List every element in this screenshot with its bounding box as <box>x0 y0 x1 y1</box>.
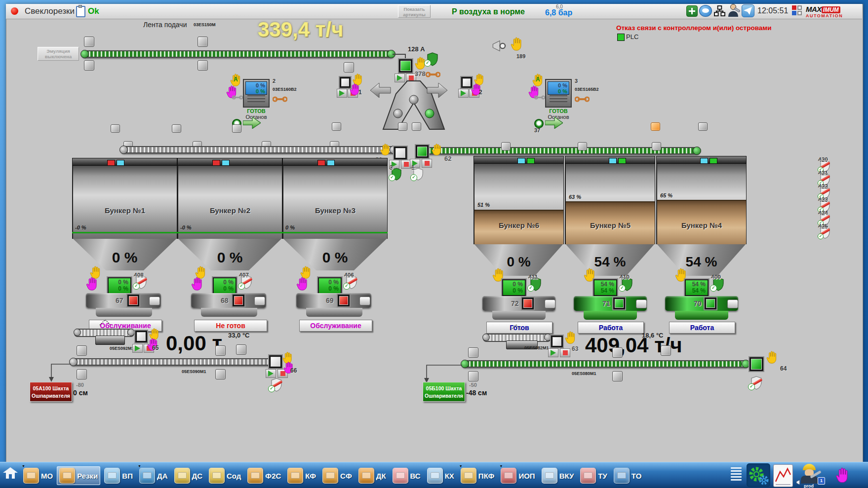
motor-chip-icon[interactable] <box>522 298 534 309</box>
speed-display[interactable]: 54 % 54 % <box>593 279 617 296</box>
taskbar-item[interactable]: ИОП <box>498 466 537 485</box>
conveyor-motor-icon[interactable] <box>269 355 282 368</box>
speed-display[interactable]: 0 % 0 % <box>108 277 131 294</box>
conveyor-motor-icon[interactable] <box>394 147 407 159</box>
bunker-1[interactable]: Бункер №1 -0 % 0 % 0 % 0 % ✓ 408 67 Обсл… <box>72 158 177 337</box>
air-pressure[interactable]: 6,8 бар <box>545 8 572 17</box>
motor-chip-icon[interactable] <box>338 295 350 306</box>
motor-button[interactable] <box>359 297 370 305</box>
motor-chip-icon[interactable] <box>613 298 625 309</box>
manual-hand-icon[interactable] <box>765 349 780 365</box>
motor-button[interactable] <box>545 300 555 308</box>
taskbar-item[interactable]: Резки <box>57 466 100 485</box>
motor-button[interactable] <box>254 297 265 305</box>
add-icon[interactable] <box>686 5 698 17</box>
interlock-shield-icon[interactable]: ✓ 1 <box>413 168 424 181</box>
start-button[interactable] <box>266 369 276 378</box>
taskbar-item[interactable]: ТУ <box>578 466 610 485</box>
transfer-conveyor-left[interactable] <box>120 146 397 153</box>
divert-left-arrow[interactable] <box>370 83 391 98</box>
operator-icon[interactable] <box>727 3 741 17</box>
speed-display[interactable]: 54 % 54 % <box>685 279 709 296</box>
taskbar-item[interactable]: КХ <box>425 466 457 485</box>
speed-display[interactable]: 0 % 0 % <box>213 277 237 294</box>
trends-chart-icon[interactable] <box>773 464 793 487</box>
interlock-shield-icon[interactable]: ✓ 406 <box>346 275 357 289</box>
total-weight-value[interactable]: 0,00 т <box>166 332 222 355</box>
taskbar-item[interactable]: КФ <box>285 466 318 485</box>
telegram-icon[interactable] <box>742 4 754 17</box>
manual-mode-hand-icon[interactable] <box>834 465 852 485</box>
motor-chip-icon[interactable] <box>127 295 139 306</box>
volume-icon[interactable] <box>796 479 803 486</box>
settings-gears-icon[interactable] <box>747 463 770 487</box>
bunker-5[interactable]: Бункер №5 63 % 54 % 54 % 54 % ✓ 410 71 Р… <box>565 156 655 335</box>
temperature-value[interactable]: 33,0 °С <box>228 332 250 339</box>
manual-hand-icon[interactable] <box>564 330 579 345</box>
taskbar-item[interactable]: СФ <box>320 466 355 485</box>
emulation-button[interactable]: Эмуляция выключена <box>38 47 79 61</box>
motor-chip-icon[interactable] <box>705 298 716 309</box>
taskbar-item[interactable]: Ф2С <box>245 466 283 485</box>
bunker-2[interactable]: Бункер №2 -0 % 0 % 0 % 0 % ✓ 407 68 Не г… <box>177 158 282 337</box>
manual-hand-icon[interactable] <box>295 275 311 292</box>
start-button[interactable] <box>548 348 558 357</box>
interlock-shield-icon[interactable]: ✓ 407 <box>240 275 252 289</box>
interlock-shield-icon[interactable]: ✓ <box>427 52 438 66</box>
service-worker-icon[interactable]: 1 prod <box>796 462 827 488</box>
conveyor-b[interactable] <box>462 360 749 368</box>
temperature-value[interactable]: 18,6 °С <box>642 332 664 339</box>
conveyor-motor-icon[interactable] <box>416 145 429 158</box>
shaft-destination-b[interactable]: 05Б100 Шахта Ошпаривателя <box>423 382 465 402</box>
menu-list-icon[interactable] <box>731 467 742 481</box>
conveyor-a[interactable] <box>70 358 277 366</box>
chat-icon[interactable] <box>699 5 712 17</box>
stop-button[interactable] <box>560 348 570 357</box>
taskbar-item[interactable]: ВКУ <box>539 466 577 485</box>
auto-hand-icon[interactable]: A <box>531 72 546 88</box>
wrench-icon[interactable] <box>426 71 440 78</box>
feed-rate-value[interactable]: 339,4 т/ч <box>258 18 343 41</box>
interlock-shield-icon[interactable]: ✓ 411 <box>530 277 542 291</box>
auto-hand-icon[interactable]: A <box>229 72 244 88</box>
clipboard-icon[interactable] <box>76 6 85 17</box>
vfd-drive-left[interactable]: 0 % 0 % <box>243 79 270 108</box>
conveyor-motor-icon[interactable] <box>750 357 763 371</box>
manual-hand-icon[interactable] <box>379 142 393 157</box>
taskbar-item[interactable]: МО <box>21 466 55 485</box>
manual-hand-icon[interactable] <box>85 275 101 292</box>
taskbar-item[interactable]: ДА <box>137 466 170 485</box>
interlock-shield-icon[interactable]: ✓ <box>271 378 282 392</box>
start-button[interactable] <box>132 344 143 353</box>
show-articles-button[interactable]: Показать артикулы <box>398 5 431 18</box>
bunker-6[interactable]: Бункер №6 51 % 0 % 0 % 0 % ✓ 411 72 Гото… <box>473 156 564 335</box>
stop-button[interactable] <box>422 159 432 168</box>
motor-button[interactable] <box>149 297 160 305</box>
speed-display[interactable]: 0 % 0 % <box>318 277 342 294</box>
weigher-motor-icon[interactable] <box>135 331 147 342</box>
start-button[interactable] <box>458 89 469 98</box>
weigher-motor-icon[interactable] <box>551 336 563 347</box>
motor-button[interactable] <box>727 300 738 308</box>
interlock-shield-icon[interactable]: ✓ 408 <box>135 275 147 289</box>
window-logo-icon[interactable] <box>792 5 803 16</box>
manual-hand-icon[interactable] <box>190 275 206 292</box>
motor-chip-icon[interactable] <box>233 295 244 306</box>
shaft-destination-a[interactable]: 05А100 Шахта Ошпаривателя <box>30 382 72 402</box>
start-button[interactable] <box>337 89 347 98</box>
feed-conveyor[interactable] <box>81 50 395 58</box>
home-button[interactable] <box>3 467 18 479</box>
speed-display[interactable]: 0 % 0 % <box>502 279 526 296</box>
network-icon[interactable] <box>714 5 725 17</box>
feed-motor-icon[interactable] <box>399 59 412 73</box>
horn-icon[interactable] <box>492 39 507 52</box>
wrench-icon[interactable] <box>575 96 590 103</box>
interlock-shield-icon[interactable]: ✓ 3 <box>391 168 402 181</box>
taskbar-item[interactable]: ПКФ <box>458 466 497 485</box>
taskbar-item[interactable]: ДС <box>172 466 205 485</box>
taskbar-item[interactable]: ТО <box>611 466 644 485</box>
interlock-shield-icon[interactable]: ✓ <box>750 376 762 390</box>
divert-right-arrow[interactable] <box>427 83 447 98</box>
interlock-shield-icon[interactable]: ✓ 410 <box>621 277 633 291</box>
bunker-3[interactable]: Бункер №3 0 % 0 % 0 % 0 % ✓ 406 69 Обслу… <box>282 158 388 337</box>
